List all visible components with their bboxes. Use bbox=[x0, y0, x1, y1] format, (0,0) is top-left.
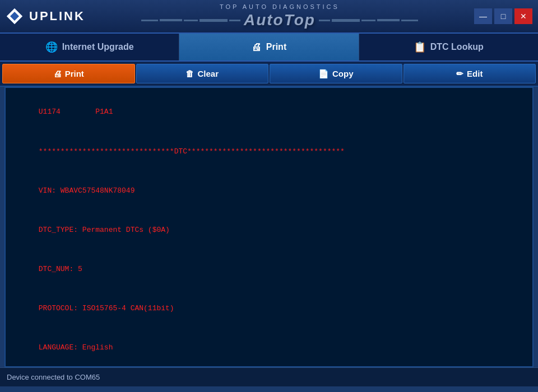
logo-area: UPLINK bbox=[6, 7, 85, 25]
minimize-button[interactable]: — bbox=[474, 8, 492, 24]
content-wrapper: U1174 P1A1 *****************************… bbox=[6, 88, 532, 367]
title-bar: UPLINK TOP AUTO DIAGNOSTICS AutoTop — □ bbox=[0, 0, 538, 34]
clear-icon: 🗑 bbox=[185, 69, 194, 78]
tab-internet-upgrade[interactable]: 🌐 Internet Upgrade bbox=[0, 34, 179, 60]
toolbar: 🖨 Print 🗑 Clear 📄 Copy ✏ Edit bbox=[0, 62, 538, 87]
dtc-num-line: DTC_NUM: 5 bbox=[39, 265, 82, 273]
tab-print[interactable]: 🖨 Print bbox=[179, 34, 359, 60]
window-controls: — □ ✕ bbox=[474, 8, 532, 24]
dtc-lookup-icon: 📋 bbox=[414, 41, 426, 53]
close-button[interactable]: ✕ bbox=[514, 8, 532, 24]
dtc-header-line: *******************************DTC******… bbox=[39, 147, 345, 156]
edit-button[interactable]: ✏ Edit bbox=[404, 64, 536, 83]
top-auto-text: TOP AUTO DIAGNOSTICS bbox=[220, 3, 340, 10]
status-bar: Device connected to COM65 bbox=[0, 367, 538, 386]
print-tab-icon: 🖨 bbox=[252, 41, 262, 53]
tab-internet-upgrade-label: Internet Upgrade bbox=[62, 42, 134, 52]
content-text: U1174 P1A1 *****************************… bbox=[6, 88, 532, 367]
line-top: U1174 P1A1 bbox=[39, 108, 113, 116]
autotop-logo: AutoTop bbox=[244, 11, 316, 29]
print-label: Print bbox=[65, 69, 84, 78]
edit-label: Edit bbox=[467, 69, 483, 78]
tab-print-label: Print bbox=[266, 42, 286, 52]
vin-line: VIN: WBAVC57548NK78049 bbox=[39, 186, 135, 195]
restore-button[interactable]: □ bbox=[494, 8, 512, 24]
clear-label: Clear bbox=[197, 69, 219, 78]
internet-upgrade-icon: 🌐 bbox=[45, 41, 58, 53]
copy-button[interactable]: 📄 Copy bbox=[270, 64, 402, 83]
edit-icon: ✏ bbox=[456, 69, 463, 79]
clear-button[interactable]: 🗑 Clear bbox=[136, 64, 269, 83]
tab-dtc-lookup[interactable]: 📋 DTC Lookup bbox=[359, 34, 538, 60]
language-line: LANGUAGE: English bbox=[39, 343, 113, 352]
dtc-type-line: DTC_TYPE: Permanent DTCs ($0A) bbox=[39, 226, 170, 234]
copy-icon: 📄 bbox=[318, 69, 329, 79]
status-text: Device connected to COM65 bbox=[7, 373, 100, 381]
logo-text: UPLINK bbox=[29, 9, 85, 24]
tab-dtc-lookup-label: DTC Lookup bbox=[430, 42, 484, 52]
print-icon: 🖨 bbox=[53, 69, 62, 78]
logo-icon bbox=[6, 7, 24, 25]
copy-label: Copy bbox=[332, 69, 354, 78]
protocol-line: PROTOCOL: ISO15765-4 CAN(11bit) bbox=[39, 304, 174, 312]
nav-tabs: 🌐 Internet Upgrade 🖨 Print 📋 DTC Lookup bbox=[0, 34, 538, 62]
header-banner: TOP AUTO DIAGNOSTICS AutoTop bbox=[96, 3, 463, 29]
print-button[interactable]: 🖨 Print bbox=[2, 64, 135, 83]
main-content[interactable]: U1174 P1A1 *****************************… bbox=[4, 87, 534, 367]
